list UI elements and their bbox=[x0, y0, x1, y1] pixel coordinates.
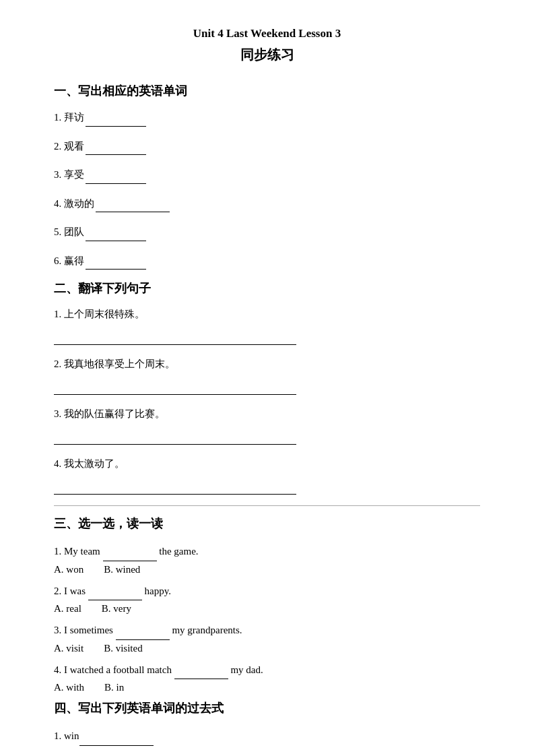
option-item[interactable]: B. in bbox=[104, 682, 124, 693]
item-text: 3. 我的队伍赢得了比赛。 bbox=[54, 408, 165, 419]
item-num: 4. 激动的 bbox=[54, 198, 94, 209]
section2-item: 3. 我的队伍赢得了比赛。 bbox=[54, 406, 480, 445]
section1-items: 1. 拜访 2. 观看 3. 享受 4. 激动的 5. 团队 6. 赢得 bbox=[54, 108, 480, 270]
section3-question: 2. I was happy.A. realB. very bbox=[54, 581, 480, 615]
item-num: 3. 享受 bbox=[54, 169, 84, 180]
option-item[interactable]: A. won bbox=[54, 564, 84, 575]
item-blank[interactable] bbox=[86, 166, 146, 184]
section2-item: 2. 我真地很享受上个周末。 bbox=[54, 356, 480, 395]
section3-question-text: 2. I was happy. bbox=[54, 581, 480, 601]
option-item[interactable]: A. visit bbox=[54, 643, 84, 654]
translation-blank[interactable] bbox=[54, 377, 296, 396]
section3-question-text: 4. I watched a football match my dad. bbox=[54, 660, 480, 680]
fill-blank[interactable] bbox=[88, 581, 142, 601]
section3-question: 4. I watched a football match my dad.A. … bbox=[54, 660, 480, 694]
section1-item: 4. 激动的 bbox=[54, 195, 480, 213]
section3-items: 1. My team the game.A. wonB. wined2. I w… bbox=[54, 541, 480, 693]
option-item[interactable]: B. very bbox=[102, 603, 131, 614]
section3-question: 3. I sometimes my grandparents.A. visitB… bbox=[54, 620, 480, 654]
option-item[interactable]: B. wined bbox=[104, 564, 140, 575]
section2-title: 二、翻译下列句子 bbox=[54, 280, 480, 296]
section1-item: 2. 观看 bbox=[54, 137, 480, 156]
item-blank[interactable] bbox=[86, 223, 146, 241]
item-blank[interactable] bbox=[86, 108, 146, 127]
item-text: 1. 上个周末很特殊。 bbox=[54, 309, 145, 319]
item-num: 6. 赢得 bbox=[54, 255, 84, 266]
section1-item: 5. 团队 bbox=[54, 223, 480, 241]
fill-blank[interactable] bbox=[116, 620, 170, 640]
item-text: 2. 我真地很享受上个周末。 bbox=[54, 358, 175, 369]
section2-items: 1. 上个周末很特殊。 2. 我真地很享受上个周末。 3. 我的队伍赢得了比赛。… bbox=[54, 306, 480, 495]
item-num: 5. 团队 bbox=[54, 226, 84, 237]
section3-question: 1. My team the game.A. wonB. wined bbox=[54, 541, 480, 575]
section3-options: A. realB. very bbox=[54, 603, 480, 615]
item-blank[interactable] bbox=[79, 726, 154, 746]
item-blank[interactable] bbox=[96, 195, 170, 213]
translation-blank[interactable] bbox=[54, 427, 296, 445]
section1-title: 一、写出相应的英语单词 bbox=[54, 83, 480, 99]
section2-item: 1. 上个周末很特殊。 bbox=[54, 306, 480, 345]
item-blank[interactable] bbox=[86, 137, 146, 156]
fill-blank[interactable] bbox=[174, 660, 228, 680]
item-blank[interactable] bbox=[86, 252, 146, 270]
section3-options: A. wonB. wined bbox=[54, 564, 480, 575]
item-num: 1. 拜访 bbox=[54, 112, 84, 123]
translation-blank[interactable] bbox=[54, 477, 296, 495]
section4-item: 1. win bbox=[54, 726, 480, 746]
page-title-en: Unit 4 Last Weekend Lesson 3 bbox=[54, 27, 480, 40]
option-item[interactable]: B. visited bbox=[104, 643, 143, 654]
item-num: 2. 观看 bbox=[54, 141, 84, 152]
section3-title: 三、选一选，读一读 bbox=[54, 515, 480, 532]
section3-question-text: 1. My team the game. bbox=[54, 541, 480, 561]
section1-item: 3. 享受 bbox=[54, 166, 480, 184]
item-text: 4. 我太激动了。 bbox=[54, 458, 125, 469]
section-divider bbox=[54, 505, 480, 506]
section1-item: 1. 拜访 bbox=[54, 108, 480, 127]
section4-title: 四、写出下列英语单词的过去式 bbox=[54, 700, 480, 716]
section4-items: 1. win bbox=[54, 726, 480, 746]
section3-options: A. withB. in bbox=[54, 682, 480, 693]
item-num: 1. win bbox=[54, 730, 79, 741]
section3-question-text: 3. I sometimes my grandparents. bbox=[54, 620, 480, 640]
fill-blank[interactable] bbox=[103, 541, 157, 561]
section3-options: A. visitB. visited bbox=[54, 643, 480, 654]
option-item[interactable]: A. real bbox=[54, 603, 81, 614]
section2-item: 4. 我太激动了。 bbox=[54, 455, 480, 495]
translation-blank[interactable] bbox=[54, 327, 296, 346]
section1-item: 6. 赢得 bbox=[54, 252, 480, 270]
page-title-cn: 同步练习 bbox=[54, 46, 480, 64]
option-item[interactable]: A. with bbox=[54, 682, 84, 693]
